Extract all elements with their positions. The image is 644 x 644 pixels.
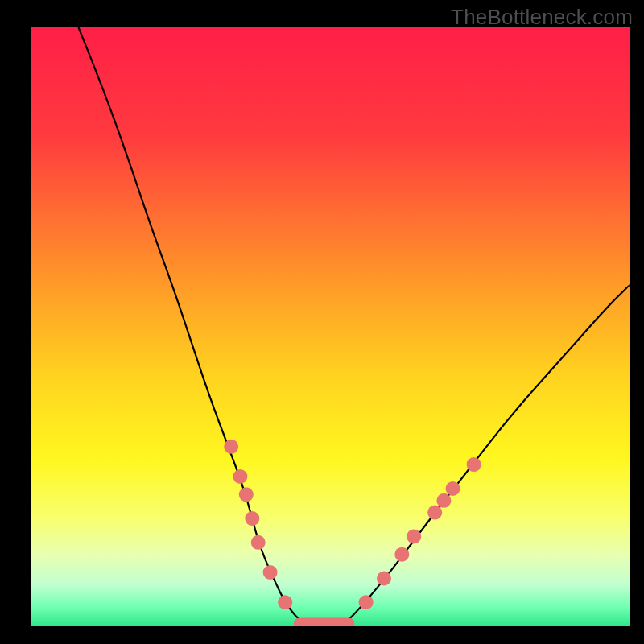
marker-point xyxy=(251,535,266,550)
marker-point xyxy=(467,457,481,472)
marker-group xyxy=(224,440,481,609)
marker-point xyxy=(377,572,391,586)
marker-point xyxy=(239,487,254,502)
chart-plot-area xyxy=(31,27,630,626)
marker-point xyxy=(233,469,247,484)
marker-point xyxy=(224,440,238,454)
watermark-label: TheBottleneck.com xyxy=(451,5,633,30)
marker-point xyxy=(436,493,451,508)
marker-point xyxy=(427,506,442,520)
marker-point xyxy=(446,481,460,496)
bottleneck-curve xyxy=(79,27,630,626)
chart-curve-layer xyxy=(31,27,630,626)
flat-baseline xyxy=(294,618,353,626)
marker-point xyxy=(407,529,421,543)
marker-point xyxy=(245,511,259,526)
marker-point xyxy=(359,595,374,609)
marker-point xyxy=(278,595,292,609)
chart-frame: TheBottleneck.com xyxy=(0,0,644,644)
marker-point xyxy=(263,565,278,580)
marker-point xyxy=(394,547,409,562)
